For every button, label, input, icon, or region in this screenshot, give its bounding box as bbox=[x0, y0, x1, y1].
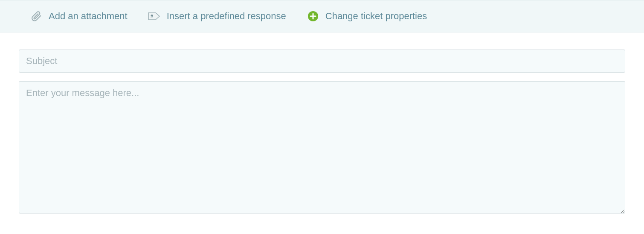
add-attachment-button[interactable]: Add an attachment bbox=[30, 10, 128, 23]
plus-circle-icon bbox=[307, 10, 319, 23]
change-properties-button[interactable]: Change ticket properties bbox=[307, 10, 427, 23]
compose-form bbox=[0, 32, 644, 224]
subject-input[interactable] bbox=[19, 50, 625, 73]
svg-text:#: # bbox=[151, 14, 153, 19]
insert-predefined-button[interactable]: # Insert a predefined response bbox=[148, 10, 286, 23]
compose-toolbar: Add an attachment # Insert a predefined … bbox=[0, 0, 644, 32]
insert-predefined-label: Insert a predefined response bbox=[167, 11, 286, 22]
change-properties-label: Change ticket properties bbox=[325, 11, 427, 22]
tag-icon: # bbox=[148, 10, 161, 23]
add-attachment-label: Add an attachment bbox=[49, 11, 128, 22]
message-textarea[interactable] bbox=[19, 81, 625, 214]
paperclip-icon bbox=[30, 10, 43, 23]
